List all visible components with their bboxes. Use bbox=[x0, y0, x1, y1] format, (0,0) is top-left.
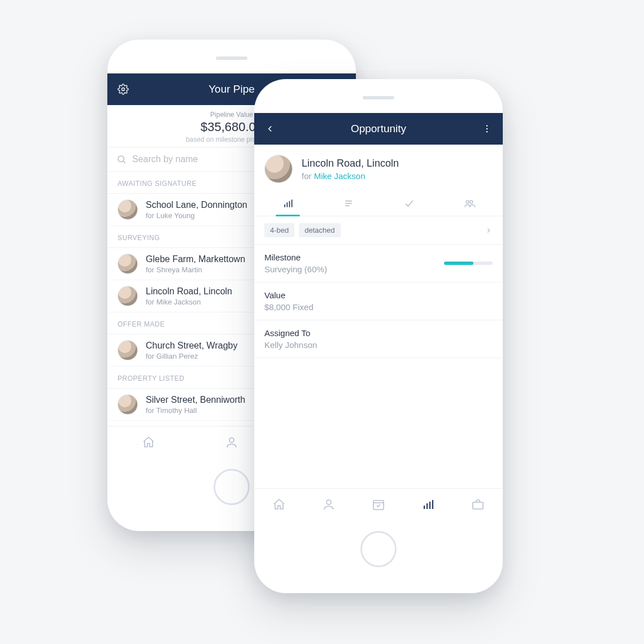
back-button[interactable] bbox=[263, 124, 277, 134]
tab-pipeline[interactable] bbox=[421, 498, 435, 511]
search-placeholder: Search by name bbox=[132, 154, 198, 164]
tags-row[interactable]: 4-bed detached bbox=[254, 216, 503, 245]
tab-tasks[interactable] bbox=[378, 191, 439, 216]
svg-point-16 bbox=[466, 201, 469, 203]
settings-button[interactable] bbox=[116, 84, 130, 95]
item-subtitle: for Timothy Hall bbox=[146, 406, 245, 415]
progress-bar bbox=[444, 262, 493, 265]
phone-speaker bbox=[216, 56, 247, 60]
briefcase-icon bbox=[471, 498, 485, 511]
gear-icon bbox=[118, 84, 129, 95]
segmented-tabs bbox=[254, 191, 503, 216]
check-icon bbox=[403, 198, 415, 209]
phone-home-button[interactable] bbox=[214, 469, 250, 505]
tab-contacts[interactable] bbox=[225, 436, 238, 449]
navbar-opportunity: Opportunity bbox=[254, 113, 503, 145]
tab-bar bbox=[254, 488, 503, 520]
chevron-right-icon bbox=[485, 227, 493, 234]
avatar bbox=[264, 155, 293, 183]
item-title: Glebe Farm, Markettown bbox=[146, 254, 245, 264]
field-value-text: Kelly Johnson bbox=[264, 340, 493, 350]
avatar bbox=[118, 286, 138, 306]
opportunity-header: Lincoln Road, Lincoln for Mike Jackson bbox=[254, 145, 503, 191]
tab-people[interactable] bbox=[439, 191, 499, 216]
tab-home[interactable] bbox=[142, 436, 155, 449]
list-icon bbox=[343, 198, 354, 209]
home-icon bbox=[142, 436, 155, 449]
avatar bbox=[118, 394, 138, 415]
opportunity-for: for Mike Jackson bbox=[302, 171, 399, 181]
svg-rect-25 bbox=[473, 502, 483, 509]
phone-opportunity: Opportunity Lincoln Road, Lincoln for Mi… bbox=[254, 79, 503, 593]
field-milestone[interactable]: Milestone Surveying (60%) bbox=[254, 245, 503, 282]
opportunity-title: Lincoln Road, Lincoln bbox=[302, 158, 399, 169]
bars-icon bbox=[421, 498, 435, 511]
item-subtitle: for Shreya Martin bbox=[146, 266, 245, 274]
people-icon bbox=[463, 198, 476, 209]
avatar bbox=[118, 199, 138, 220]
item-subtitle: for Luke Young bbox=[146, 211, 247, 220]
item-subtitle: for Mike Jackson bbox=[146, 298, 232, 306]
tab-stats[interactable] bbox=[258, 191, 318, 216]
tab-calendar[interactable] bbox=[372, 498, 385, 511]
field-value-text: $8,000 Fixed bbox=[264, 302, 493, 312]
field-value: Surveying (60%) bbox=[264, 264, 444, 274]
tab-home[interactable] bbox=[272, 498, 286, 511]
field-label: Milestone bbox=[264, 253, 444, 262]
phone-speaker bbox=[363, 96, 394, 99]
for-prefix: for bbox=[302, 171, 314, 181]
field-label: Value bbox=[264, 290, 493, 300]
search-icon bbox=[116, 154, 127, 164]
tag: detached bbox=[299, 223, 341, 237]
svg-point-1 bbox=[118, 156, 124, 162]
svg-point-17 bbox=[469, 201, 472, 203]
item-title: Silver Street, Benniworth bbox=[146, 395, 245, 405]
svg-point-6 bbox=[486, 125, 488, 127]
avatar bbox=[118, 254, 138, 274]
more-vertical-icon bbox=[482, 124, 492, 134]
svg-rect-19 bbox=[373, 501, 384, 510]
contact-link[interactable]: Mike Jackson bbox=[314, 171, 365, 181]
avatar bbox=[118, 340, 138, 360]
tab-cases[interactable] bbox=[471, 498, 485, 511]
spacer bbox=[254, 358, 503, 488]
phone-home-button[interactable] bbox=[360, 531, 397, 567]
field-label: Assigned To bbox=[264, 328, 493, 338]
home-icon bbox=[272, 498, 286, 511]
chevron-left-icon bbox=[265, 124, 275, 134]
progress-fill bbox=[444, 262, 473, 265]
tag: 4-bed bbox=[264, 223, 294, 237]
item-title: Church Street, Wragby bbox=[146, 341, 237, 351]
navbar-title: Opportunity bbox=[277, 123, 480, 135]
svg-point-3 bbox=[229, 438, 234, 442]
item-title: School Lane, Donnington bbox=[146, 200, 247, 210]
field-value[interactable]: Value $8,000 Fixed bbox=[254, 282, 503, 320]
svg-point-7 bbox=[486, 128, 488, 129]
bars-icon bbox=[282, 198, 294, 209]
tab-contacts[interactable] bbox=[322, 498, 336, 511]
person-icon bbox=[322, 498, 336, 511]
tab-notes[interactable] bbox=[318, 191, 378, 216]
person-icon bbox=[225, 436, 238, 449]
svg-point-18 bbox=[327, 500, 331, 504]
more-button[interactable] bbox=[480, 124, 494, 134]
svg-line-2 bbox=[123, 161, 125, 163]
svg-point-8 bbox=[486, 131, 488, 132]
svg-point-0 bbox=[122, 88, 125, 91]
field-assigned[interactable]: Assigned To Kelly Johnson bbox=[254, 320, 503, 358]
item-title: Lincoln Road, Lincoln bbox=[146, 286, 232, 297]
calendar-icon bbox=[372, 498, 385, 511]
item-subtitle: for Gillian Perez bbox=[146, 352, 237, 360]
